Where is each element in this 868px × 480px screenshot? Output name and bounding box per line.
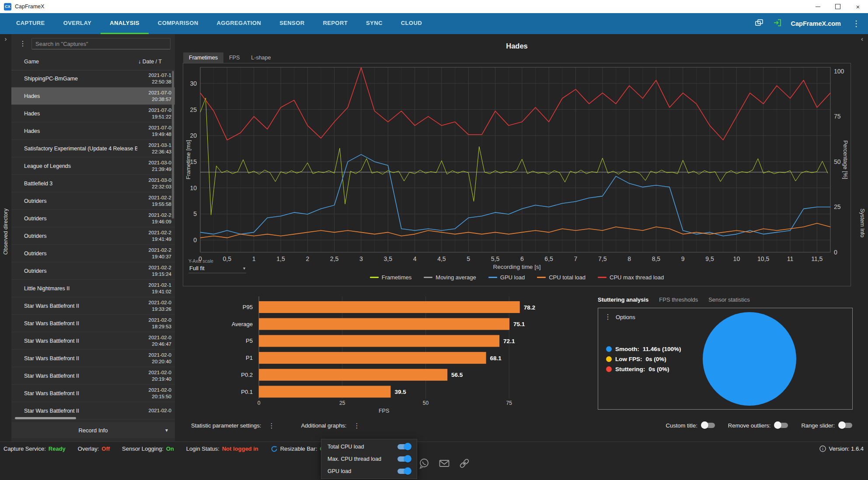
popup-item-label: Total CPU load: [328, 444, 364, 450]
toggle-label: Custom title:: [666, 422, 697, 429]
statistic-settings-kebab-icon[interactable]: ⋮: [268, 422, 275, 429]
capture-datetime: 2021-03-021:39:49: [137, 160, 171, 173]
tab-stuttering-analysis[interactable]: Stuttering analysis: [598, 296, 648, 303]
capture-list-item[interactable]: Little Nightmares II2021-02-119:41:02: [11, 280, 175, 297]
capture-list-item[interactable]: League of Legends2021-03-021:39:49: [11, 157, 175, 175]
popup-toggle-gpu-load[interactable]: [397, 469, 411, 474]
login-export-icon[interactable]: [773, 18, 782, 29]
x-axis-title: Recording time [s]: [183, 264, 851, 270]
nav-tab-overlay[interactable]: OVERLAY: [54, 13, 101, 34]
tab-fps[interactable]: FPS: [223, 52, 245, 63]
record-info-expander[interactable]: Record Info ▾: [11, 422, 175, 438]
capture-list-item[interactable]: Hades2021-07-019:51:22: [11, 105, 175, 122]
tab-frametimes[interactable]: Frametimes: [183, 52, 223, 63]
system-info-expand-icon[interactable]: ‹: [861, 35, 863, 42]
captures-search-input[interactable]: [31, 38, 171, 49]
capture-list-item[interactable]: Star Wars Battlefront II2021-02-020:19:4…: [11, 367, 175, 385]
statusbar: Capture Service:ReadyOverlay:OffSensor L…: [0, 442, 868, 456]
capture-list-item[interactable]: Star Wars Battlefront II2021-02-020:20:4…: [11, 350, 175, 367]
capture-game-name: Outriders: [24, 233, 137, 239]
capture-list-item[interactable]: Hades2021-07-020:38:57: [11, 87, 175, 105]
capture-date: 2021-02-1: [137, 282, 171, 289]
popup-toggle-max-cpu-thread-load[interactable]: [397, 456, 411, 462]
captures-vertical-scrollbar[interactable]: [172, 71, 174, 219]
tab-fps-thresholds[interactable]: FPS thresholds: [659, 296, 698, 303]
close-button[interactable]: ×: [848, 0, 868, 13]
popup-toggle-gpu-load-knob: [404, 467, 411, 475]
additional-graphs-kebab-icon[interactable]: ⋮: [353, 422, 360, 429]
whatsapp-icon[interactable]: [418, 457, 430, 470]
capture-time: 20:20:40: [137, 358, 171, 365]
svg-text:78.2: 78.2: [524, 304, 535, 311]
capture-list-item[interactable]: Outriders2021-02-219:40:37: [11, 245, 175, 262]
tab-l-shape[interactable]: L-shape: [245, 52, 276, 63]
stuttering-pie-chart: [702, 312, 797, 406]
svg-text:4,5: 4,5: [437, 255, 446, 262]
column-header-game[interactable]: Game: [24, 59, 39, 65]
nav-tab-comparison[interactable]: COMPARISON: [149, 13, 208, 34]
tab-sensor-statistics[interactable]: Sensor statistics: [708, 296, 750, 303]
maximize-button[interactable]: [828, 0, 848, 13]
nav-tab-analysis[interactable]: ANALYSIS: [101, 13, 149, 34]
nav-tab-report[interactable]: REPORT: [314, 13, 357, 34]
popup-menu-item[interactable]: GPU load: [321, 465, 417, 477]
column-header-date[interactable]: ↓ Date / T: [138, 59, 175, 65]
capture-list-item[interactable]: Star Wars Battlefront II2021-02-019:33:2…: [11, 297, 175, 315]
popup-menu-item[interactable]: Total CPU load: [321, 441, 417, 453]
capture-datetime: 2021-02-219:15:24: [137, 264, 171, 278]
popup-toggle-total-cpu-load[interactable]: [397, 444, 411, 449]
toggle-range-slider[interactable]: [839, 423, 852, 428]
status-item: Overlay:Off: [78, 445, 110, 452]
statistic-settings-label: Statistic parameter settings:: [191, 422, 261, 429]
analysis-chart-tabs: FrametimesFPSL-shape: [183, 52, 276, 63]
screenshot-stack-icon[interactable]: [754, 18, 764, 29]
captures-menu-kebab-icon[interactable]: ⋮: [19, 40, 26, 47]
capture-list-item[interactable]: Star Wars Battlefront II2021-02-018:29:5…: [11, 315, 175, 332]
svg-text:P1: P1: [246, 355, 253, 361]
expand-sidebar-icon[interactable]: ›: [5, 35, 7, 42]
capture-datetime: 2021-02-018:29:53: [137, 317, 171, 330]
capture-list-item[interactable]: ShippingPC-BmGame2021-07-122:50:38: [11, 70, 175, 87]
email-icon[interactable]: [438, 457, 450, 470]
nav-tab-sensor[interactable]: SENSOR: [270, 13, 314, 34]
nav-tab-aggregation[interactable]: AGGREGATION: [207, 13, 270, 34]
svg-text:10: 10: [733, 255, 740, 262]
capture-date: 2021-02-0: [137, 334, 171, 341]
capture-list-item[interactable]: Outriders2021-02-219:46:09: [11, 210, 175, 227]
refresh-icon[interactable]: [271, 445, 278, 452]
svg-text:11: 11: [787, 255, 794, 262]
capture-datetime: 2021-02-020:19:40: [137, 369, 171, 383]
capture-time: 19:41:49: [137, 236, 171, 243]
nav-tab-sync[interactable]: SYNC: [357, 13, 392, 34]
capture-list-item[interactable]: Outriders2021-02-219:41:49: [11, 227, 175, 245]
capture-time: 22:50:38: [137, 79, 171, 85]
nav-kebab-menu-icon[interactable]: ⋮: [850, 19, 863, 28]
svg-text:5: 5: [193, 210, 197, 217]
capframex-site-link[interactable]: CapFrameX.com: [791, 20, 841, 27]
legend-swatch-icon: [424, 277, 432, 278]
capture-game-name: Star Wars Battlefront II: [24, 373, 137, 379]
link-icon[interactable]: [458, 457, 471, 470]
toggle-custom-title[interactable]: [702, 423, 715, 428]
capture-list-item[interactable]: Star Wars Battlefront II2021-02-020:46:4…: [11, 332, 175, 350]
svg-text:0: 0: [193, 237, 197, 243]
nav-tabs: CAPTUREOVERLAYANALYSISCOMPARISONAGGREGAT…: [7, 13, 431, 34]
minimize-button[interactable]: [808, 0, 828, 13]
capture-list-item[interactable]: Outriders2021-02-219:55:58: [11, 192, 175, 210]
y-axis-scale-select[interactable]: Full fit ▾: [188, 264, 246, 273]
capture-list-item[interactable]: Star Wars Battlefront II2021-02-020:15:5…: [11, 385, 175, 402]
capture-list-item[interactable]: Outriders2021-02-219:15:24: [11, 262, 175, 280]
popup-menu-item[interactable]: Max. CPU thread load: [321, 453, 417, 465]
capture-time: 20:19:40: [137, 376, 171, 383]
svg-text:i: i: [822, 447, 823, 451]
svg-text:6,5: 6,5: [544, 255, 553, 262]
nav-tab-capture[interactable]: CAPTURE: [7, 13, 54, 34]
capture-game-name: Star Wars Battlefront II: [24, 390, 137, 397]
options-kebab-icon[interactable]: ⋮: [604, 313, 611, 320]
capture-list-item[interactable]: Satisfactory Experimental (Update 4 Rele…: [11, 140, 175, 157]
capture-list-item[interactable]: Hades2021-07-019:49:48: [11, 122, 175, 140]
nav-tab-cloud[interactable]: CLOUD: [392, 13, 431, 34]
captures-horizontal-scrollbar[interactable]: [15, 417, 76, 419]
toggle-remove-outliers[interactable]: [775, 423, 788, 428]
capture-list-item[interactable]: Battlefield 32021-03-022:32:03: [11, 175, 175, 192]
